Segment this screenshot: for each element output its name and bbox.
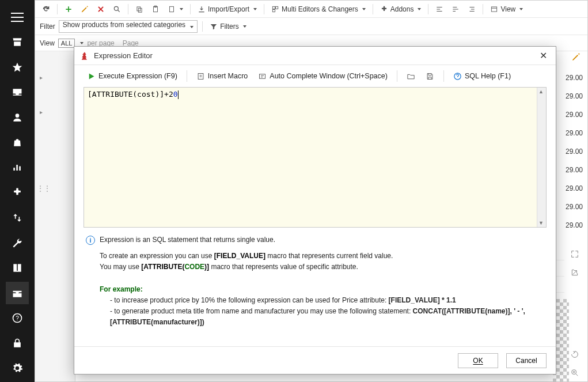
expression-editor-modal: Expression Editor ✕ Execute Expression (… [74,46,556,375]
addons-button[interactable]: Addons [378,4,424,14]
store-icon[interactable] [6,31,29,54]
align-button-2[interactable] [449,4,462,14]
cell-value[interactable]: 29.00 [562,179,584,198]
zoom-in-icon[interactable] [568,366,582,380]
refresh-button[interactable] [40,4,52,14]
bg-left-panel: ▸ ▸ ⋮⋮ [35,51,75,381]
align-button-3[interactable] [465,4,478,14]
ok-button[interactable]: OK [458,353,498,368]
edit-button[interactable] [78,4,91,14]
save-file-button[interactable] [422,70,438,82]
image-tools [568,247,584,382]
menu-icon[interactable] [6,6,29,29]
open-file-button[interactable] [403,70,419,82]
svg-rect-3 [137,6,141,10]
svg-rect-4 [138,8,142,12]
cell-value[interactable]: 29.00 [562,87,584,105]
box-icon[interactable] [6,282,29,305]
close-button[interactable]: ✕ [536,49,550,63]
filter-label: Filter [40,22,55,31]
svg-rect-7 [170,6,174,12]
multi-editors-label: Multi Editors & Changers [282,5,358,13]
svg-rect-9 [276,6,278,9]
search-button[interactable] [111,4,123,14]
gear-icon[interactable] [6,357,29,380]
chart-icon[interactable] [6,156,29,179]
multi-editors-button[interactable]: Multi Editors & Changers [269,4,368,14]
import-export-label: Import/Export [208,5,249,13]
cell-value[interactable]: 29.00 [562,124,584,142]
expression-input[interactable]: [ATTRIBUTE(cost)]+20 [84,88,537,227]
view-label: View [500,5,515,13]
svg-rect-8 [272,6,275,9]
puzzle-icon[interactable] [6,181,29,205]
user-icon[interactable] [6,106,29,129]
paste-dropdown-button[interactable] [165,4,185,14]
expand-icon[interactable] [568,247,582,261]
svg-point-2 [114,6,118,10]
modal-toolbar: Execute Expression (F9) Insert Macro Aut… [74,65,556,87]
add-button[interactable] [62,4,75,14]
copy-button[interactable] [133,4,146,14]
cell-value[interactable]: 29.00 [562,216,584,235]
bag-icon[interactable] [6,131,29,154]
filter-select[interactable]: Show products from selected categories [59,20,198,33]
import-export-button[interactable]: Import/Export [195,4,259,14]
open-icon[interactable] [568,266,582,279]
wrench-icon[interactable] [6,232,29,255]
cell-value[interactable]: 29.00 [562,198,584,216]
all-badge[interactable]: ALL [58,39,75,48]
expression-editor: [ATTRIBUTE(cost)]+20 ▲▼ [84,87,547,228]
sql-help-button[interactable]: SQL Help (F1) [450,70,514,82]
help-panel: i Expression is an SQL statement that re… [74,228,556,346]
help-icon[interactable]: ? [6,307,29,330]
star-icon[interactable] [6,56,29,79]
align-button-1[interactable] [433,4,446,14]
modal-footer: OK Cancel [74,346,556,374]
svg-rect-11 [492,6,497,11]
cancel-button[interactable]: Cancel [506,353,547,368]
bg-values-col: 29.00 29.00 29.00 29.00 29.00 29.00 29.0… [562,51,584,235]
filters-button[interactable]: Filters [207,21,249,32]
cell-value[interactable]: 29.00 [562,69,584,87]
info-icon: i [86,236,95,245]
paste-button[interactable] [149,4,162,14]
execute-button[interactable]: Execute Expression (F9) [84,70,181,82]
filters-label: Filters [220,22,239,31]
pencil-icon[interactable] [571,52,581,62]
book-icon[interactable] [6,256,29,279]
rotate-icon[interactable] [568,347,582,361]
editor-scrollbar[interactable]: ▲▼ [537,88,546,227]
help-intro: Expression is an SQL statement that retu… [100,236,275,244]
cell-value[interactable]: 29.00 [562,142,584,161]
app-logo-icon [80,51,89,60]
svg-rect-10 [272,9,275,12]
cell-value[interactable]: 29.00 [562,105,584,124]
delete-button[interactable] [94,4,107,14]
addons-label: Addons [390,5,414,13]
svg-rect-15 [260,74,265,78]
modal-title: Expression Editor [94,51,536,60]
help-body: To create an expression you can use [FIE… [86,251,544,346]
inbox-icon[interactable] [6,81,29,104]
lock-icon[interactable] [6,332,29,355]
all-dropdown[interactable] [80,42,84,44]
svg-rect-14 [198,73,203,79]
view-label-2: View [40,39,55,47]
filter-bar: Filter Show products from selected categ… [35,18,587,35]
updown-icon[interactable] [6,206,29,229]
modal-header: Expression Editor ✕ [74,47,556,65]
app-sidebar: ? [0,0,35,382]
svg-text:?: ? [16,315,19,322]
cell-value[interactable]: 29.00 [562,161,584,179]
main-toolbar: Import/Export Multi Editors & Changers A… [35,1,587,18]
view-button[interactable]: View [488,4,525,14]
insert-macro-button[interactable]: Insert Macro [193,70,251,82]
autocomplete-button[interactable]: Auto Complete Window (Ctrl+Space) [255,70,391,82]
